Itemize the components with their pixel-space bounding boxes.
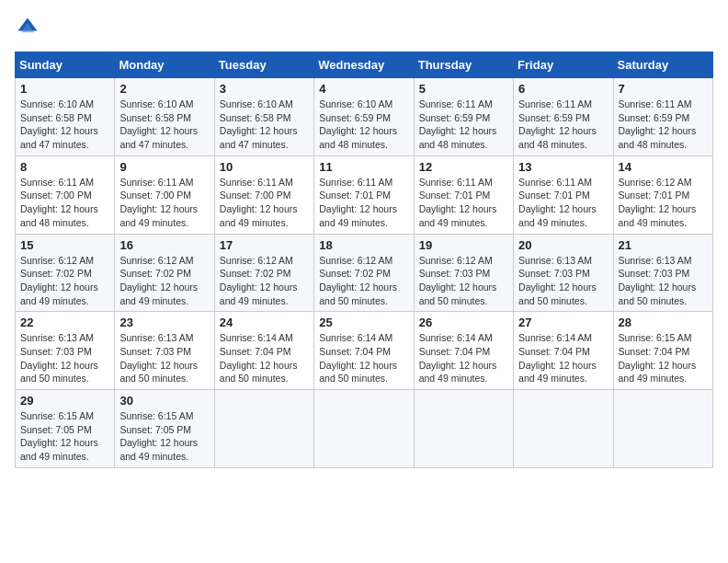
calendar-cell: 26Sunrise: 6:14 AMSunset: 7:04 PMDayligh… [414, 312, 513, 390]
day-info: Sunrise: 6:11 AMSunset: 7:01 PMDaylight:… [419, 176, 508, 230]
day-info: Sunrise: 6:15 AMSunset: 7:04 PMDaylight:… [619, 331, 708, 385]
column-header-thursday: Thursday [414, 52, 513, 78]
day-number: 1 [20, 82, 109, 96]
day-info: Sunrise: 6:14 AMSunset: 7:04 PMDaylight:… [419, 331, 508, 385]
calendar-cell: 10Sunrise: 6:11 AMSunset: 7:00 PMDayligh… [214, 155, 313, 234]
day-info: Sunrise: 6:14 AMSunset: 7:04 PMDaylight:… [220, 331, 309, 385]
calendar-week-row: 8Sunrise: 6:11 AMSunset: 7:00 PMDaylight… [16, 155, 713, 234]
day-number: 28 [619, 316, 708, 329]
column-header-wednesday: Wednesday [314, 52, 414, 78]
day-number: 21 [619, 238, 708, 252]
calendar-cell: 24Sunrise: 6:14 AMSunset: 7:04 PMDayligh… [214, 312, 313, 390]
calendar-cell: 4Sunrise: 6:10 AMSunset: 6:59 PMDaylight… [314, 78, 414, 156]
calendar-cell: 28Sunrise: 6:15 AMSunset: 7:04 PMDayligh… [613, 312, 712, 390]
calendar-cell: 3Sunrise: 6:10 AMSunset: 6:58 PMDaylight… [214, 78, 313, 156]
day-number: 11 [319, 160, 408, 174]
calendar-cell: 2Sunrise: 6:10 AMSunset: 6:58 PMDaylight… [115, 78, 214, 156]
page-header [15, 15, 713, 40]
day-info: Sunrise: 6:12 AMSunset: 7:02 PMDaylight:… [119, 254, 209, 308]
day-number: 8 [20, 160, 109, 174]
day-info: Sunrise: 6:15 AMSunset: 7:05 PMDaylight:… [20, 409, 109, 464]
calendar-cell [514, 390, 613, 468]
calendar-cell: 8Sunrise: 6:11 AMSunset: 7:00 PMDaylight… [16, 155, 115, 234]
calendar-cell: 19Sunrise: 6:12 AMSunset: 7:03 PMDayligh… [414, 234, 513, 312]
calendar-cell [414, 390, 513, 468]
calendar-cell: 5Sunrise: 6:11 AMSunset: 6:59 PMDaylight… [414, 78, 513, 156]
day-info: Sunrise: 6:11 AMSunset: 6:59 PMDaylight:… [619, 98, 708, 152]
calendar-cell: 25Sunrise: 6:14 AMSunset: 7:04 PMDayligh… [314, 312, 414, 390]
calendar-week-row: 22Sunrise: 6:13 AMSunset: 7:03 PMDayligh… [16, 312, 713, 390]
calendar-cell: 9Sunrise: 6:11 AMSunset: 7:00 PMDaylight… [115, 155, 214, 234]
day-number: 22 [20, 316, 109, 329]
day-info: Sunrise: 6:11 AMSunset: 6:59 PMDaylight:… [419, 98, 508, 152]
calendar-cell: 6Sunrise: 6:11 AMSunset: 6:59 PMDaylight… [514, 78, 613, 156]
day-info: Sunrise: 6:11 AMSunset: 7:00 PMDaylight:… [119, 176, 209, 230]
day-info: Sunrise: 6:11 AMSunset: 7:01 PMDaylight:… [518, 176, 608, 230]
calendar-cell: 16Sunrise: 6:12 AMSunset: 7:02 PMDayligh… [115, 234, 214, 312]
day-info: Sunrise: 6:13 AMSunset: 7:03 PMDaylight:… [518, 254, 608, 308]
calendar-cell [314, 390, 414, 468]
day-number: 29 [20, 394, 109, 408]
day-number: 7 [619, 82, 708, 96]
day-info: Sunrise: 6:12 AMSunset: 7:02 PMDaylight:… [319, 254, 408, 308]
day-info: Sunrise: 6:14 AMSunset: 7:04 PMDaylight:… [518, 331, 608, 385]
calendar-cell: 18Sunrise: 6:12 AMSunset: 7:02 PMDayligh… [314, 234, 414, 312]
calendar-cell: 20Sunrise: 6:13 AMSunset: 7:03 PMDayligh… [514, 234, 613, 312]
logo [15, 15, 46, 40]
column-header-saturday: Saturday [613, 52, 712, 78]
calendar-cell [214, 390, 313, 468]
day-info: Sunrise: 6:15 AMSunset: 7:05 PMDaylight:… [119, 409, 209, 464]
calendar-cell: 30Sunrise: 6:15 AMSunset: 7:05 PMDayligh… [115, 390, 214, 468]
day-number: 3 [220, 82, 309, 96]
day-info: Sunrise: 6:13 AMSunset: 7:03 PMDaylight:… [619, 254, 708, 308]
calendar-header-row: SundayMondayTuesdayWednesdayThursdayFrid… [16, 52, 713, 78]
day-info: Sunrise: 6:13 AMSunset: 7:03 PMDaylight:… [20, 331, 109, 385]
calendar-cell: 27Sunrise: 6:14 AMSunset: 7:04 PMDayligh… [514, 312, 613, 390]
calendar-cell: 22Sunrise: 6:13 AMSunset: 7:03 PMDayligh… [16, 312, 115, 390]
day-number: 23 [119, 316, 209, 329]
day-number: 19 [419, 238, 508, 252]
day-number: 12 [419, 160, 508, 174]
calendar-cell [613, 390, 712, 468]
day-number: 16 [119, 238, 209, 252]
column-header-friday: Friday [514, 52, 613, 78]
day-number: 30 [119, 394, 209, 408]
calendar-week-row: 15Sunrise: 6:12 AMSunset: 7:02 PMDayligh… [16, 234, 713, 312]
day-info: Sunrise: 6:11 AMSunset: 7:00 PMDaylight:… [20, 176, 109, 230]
day-info: Sunrise: 6:12 AMSunset: 7:02 PMDaylight:… [220, 254, 309, 308]
day-info: Sunrise: 6:12 AMSunset: 7:03 PMDaylight:… [419, 254, 508, 308]
day-number: 13 [518, 160, 608, 174]
calendar-cell: 17Sunrise: 6:12 AMSunset: 7:02 PMDayligh… [214, 234, 313, 312]
day-number: 18 [319, 238, 408, 252]
calendar-cell: 21Sunrise: 6:13 AMSunset: 7:03 PMDayligh… [613, 234, 712, 312]
day-info: Sunrise: 6:10 AMSunset: 6:58 PMDaylight:… [20, 98, 109, 152]
calendar-week-row: 29Sunrise: 6:15 AMSunset: 7:05 PMDayligh… [16, 390, 713, 468]
day-info: Sunrise: 6:11 AMSunset: 7:00 PMDaylight:… [220, 176, 309, 230]
day-number: 20 [518, 238, 608, 252]
day-number: 24 [220, 316, 309, 329]
day-info: Sunrise: 6:11 AMSunset: 6:59 PMDaylight:… [518, 98, 608, 152]
calendar-body: 1Sunrise: 6:10 AMSunset: 6:58 PMDaylight… [16, 78, 713, 468]
day-info: Sunrise: 6:12 AMSunset: 7:01 PMDaylight:… [619, 176, 708, 230]
calendar-cell: 7Sunrise: 6:11 AMSunset: 6:59 PMDaylight… [613, 78, 712, 156]
day-info: Sunrise: 6:10 AMSunset: 6:58 PMDaylight:… [220, 98, 309, 152]
day-number: 6 [518, 82, 608, 96]
day-number: 4 [319, 82, 408, 96]
day-info: Sunrise: 6:14 AMSunset: 7:04 PMDaylight:… [319, 331, 408, 385]
calendar-cell: 12Sunrise: 6:11 AMSunset: 7:01 PMDayligh… [414, 155, 513, 234]
calendar-cell: 13Sunrise: 6:11 AMSunset: 7:01 PMDayligh… [514, 155, 613, 234]
day-number: 9 [119, 160, 209, 174]
day-info: Sunrise: 6:11 AMSunset: 7:01 PMDaylight:… [319, 176, 408, 230]
column-header-tuesday: Tuesday [214, 52, 313, 78]
day-info: Sunrise: 6:13 AMSunset: 7:03 PMDaylight:… [119, 331, 209, 385]
day-number: 10 [220, 160, 309, 174]
calendar-cell: 1Sunrise: 6:10 AMSunset: 6:58 PMDaylight… [16, 78, 115, 156]
calendar-cell: 15Sunrise: 6:12 AMSunset: 7:02 PMDayligh… [16, 234, 115, 312]
calendar-cell: 23Sunrise: 6:13 AMSunset: 7:03 PMDayligh… [115, 312, 214, 390]
logo-icon [15, 15, 40, 40]
calendar-table: SundayMondayTuesdayWednesdayThursdayFrid… [15, 52, 713, 468]
calendar-cell: 14Sunrise: 6:12 AMSunset: 7:01 PMDayligh… [613, 155, 712, 234]
day-number: 5 [419, 82, 508, 96]
day-number: 14 [619, 160, 708, 174]
day-number: 25 [319, 316, 408, 329]
